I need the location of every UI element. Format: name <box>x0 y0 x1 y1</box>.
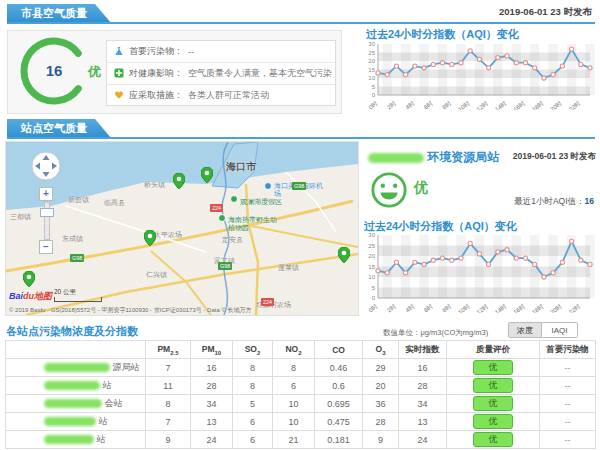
map-town-label: 桥头镇 <box>144 180 165 190</box>
city-aqi-24h-chart: 0510152025300时2时4时6时8时10时12时14时16时18时20时… <box>361 40 595 110</box>
divider <box>7 137 595 139</box>
pollutant-value: 6 <box>233 431 273 449</box>
map-town-label: 太平农场 <box>154 230 182 240</box>
svg-text:25: 25 <box>368 50 375 56</box>
svg-text:5: 5 <box>372 84 376 90</box>
svg-text:14时: 14时 <box>494 303 508 313</box>
station-map-pin[interactable] <box>173 173 185 193</box>
tab-city-air-quality: 市县空气质量 <box>7 4 111 23</box>
station-map-pin[interactable] <box>338 247 350 267</box>
pollutant-value: 0.475 <box>315 413 363 431</box>
info-label: 首要污染物： <box>129 45 183 58</box>
pollutant-value: 13 <box>191 413 233 431</box>
tab-station-air-quality: 站点空气质量 <box>7 119 111 138</box>
station-name-suffix: 站 <box>103 380 112 390</box>
column-header: SO2 <box>233 341 273 359</box>
primary-pollutant-cell: -- <box>540 431 596 449</box>
rating-cell: 优 <box>447 413 540 431</box>
table-row: 站7136100.4752813优-- <box>6 413 596 431</box>
table-header-row: PM2.5PM10SO2NO2COO3实时指数质量评价首要污染物 <box>6 341 596 359</box>
map-town-label: 三都镇 <box>10 212 31 222</box>
svg-text:16时: 16时 <box>512 100 526 110</box>
column-header: PM2.5 <box>146 341 191 359</box>
station-map[interactable]: 海口市 桥头镇新盈镇临高县三都镇东成镇太平农场定安县富文镇仁兴镇蓬莱镇红旗村农场… <box>5 141 359 316</box>
unit-label: 数值单位：μg/m3(CO为mg/m3) <box>383 328 488 338</box>
rating-cell: 优 <box>447 377 540 395</box>
pollutant-value: 29 <box>363 359 399 377</box>
svg-text:0时: 0时 <box>368 100 379 110</box>
svg-text:4时: 4时 <box>404 303 415 313</box>
baidu-logo-part: Bai <box>9 291 23 301</box>
svg-text:30: 30 <box>368 232 375 238</box>
station-aqi-24h-chart: 0510152025300时2时4时6时8时10时12时14时16时18时20时… <box>361 231 595 313</box>
svg-text:4时: 4时 <box>404 100 415 110</box>
column-header: NO2 <box>273 341 315 359</box>
station-map-pin[interactable] <box>144 230 156 250</box>
svg-text:20: 20 <box>368 58 375 64</box>
pollutant-value: 36 <box>363 395 399 413</box>
baidu-logo-part: du <box>23 291 34 301</box>
pollutant-value: 7 <box>146 413 191 431</box>
station-name-cell: 站 <box>6 431 146 449</box>
map-zoom-out-button[interactable]: − <box>39 240 53 254</box>
rating-badge: 优 <box>473 414 513 429</box>
toggle-concentration[interactable]: 浓度 <box>508 322 542 338</box>
info-row: 对健康影响：空气质量令人满意，基本无空气污染 <box>107 63 335 85</box>
column-header: O3 <box>363 341 399 359</box>
svg-text:0时: 0时 <box>368 303 379 313</box>
map-poi-label: 观澜湖度假区 <box>240 198 292 206</box>
info-label: 对健康影响： <box>129 67 183 80</box>
svg-text:10: 10 <box>368 75 375 81</box>
svg-text:0: 0 <box>372 295 376 301</box>
redacted-station-name <box>44 363 110 372</box>
svg-text:10: 10 <box>368 274 375 280</box>
pollutant-value: 9 <box>146 431 191 449</box>
station-name: 环境资源局站 <box>368 149 499 166</box>
map-zoom-in-button[interactable]: + <box>39 187 53 201</box>
map-poi-label: 海南热带野生动植物园 <box>228 216 280 231</box>
svg-text:15: 15 <box>368 264 375 270</box>
map-town-label: 仁兴镇 <box>146 270 167 280</box>
pollutant-flask-icon <box>114 46 124 58</box>
svg-text:25: 25 <box>368 243 375 249</box>
info-value: 各类人群可正常活动 <box>188 89 269 102</box>
svg-text:22时: 22时 <box>568 303 582 313</box>
station-name-suffix: 源局站 <box>113 362 140 372</box>
map-town-label: 东成镇 <box>62 234 83 244</box>
map-scale-bar: 20 公里 <box>54 288 102 302</box>
station-map-pin[interactable] <box>201 167 213 187</box>
pollutant-value: 8 <box>146 395 191 413</box>
table-row: 站1128860.62028优-- <box>6 377 596 395</box>
baidu-map-logo: Baidu地图 <box>9 290 52 303</box>
svg-text:8时: 8时 <box>441 303 452 313</box>
info-label: 应采取措施： <box>129 89 183 102</box>
station-name-cell: 会站 <box>6 395 146 413</box>
pollutant-value: 8 <box>233 377 273 395</box>
redacted-station-prefix <box>368 153 424 163</box>
toggle-iaqi[interactable]: IAQI <box>542 322 578 338</box>
pollutant-value: 6 <box>233 413 273 431</box>
svg-text:20: 20 <box>368 253 375 259</box>
recent-aqi: 最近1小时AQI值：16 <box>514 196 594 208</box>
map-pan-control[interactable] <box>31 151 61 181</box>
station-name-header <box>6 341 146 359</box>
station-map-pin[interactable] <box>23 271 35 291</box>
publish-time: 2019-06-01 23 时发布 <box>499 6 592 19</box>
svg-text:12时: 12时 <box>476 303 490 313</box>
svg-text:18时: 18时 <box>531 100 545 110</box>
pollutant-value: 0.6 <box>315 377 363 395</box>
baidu-logo-part: 地图 <box>34 291 52 301</box>
map-zoom-thumb[interactable] <box>40 208 54 217</box>
road-badge: G98 <box>70 254 84 262</box>
pollutant-value: 28 <box>399 377 447 395</box>
svg-text:14时: 14时 <box>494 100 508 110</box>
svg-text:2时: 2时 <box>386 100 397 110</box>
road-badge: 224 <box>210 204 223 212</box>
primary-pollutant-cell: -- <box>540 395 596 413</box>
station-name-cell: 站 <box>6 377 146 395</box>
pollutant-value: 28 <box>191 377 233 395</box>
svg-text:10时: 10时 <box>457 100 471 110</box>
primary-pollutant-cell: -- <box>540 359 596 377</box>
svg-text:30: 30 <box>368 41 375 47</box>
aqi-value: 16 <box>34 62 74 79</box>
